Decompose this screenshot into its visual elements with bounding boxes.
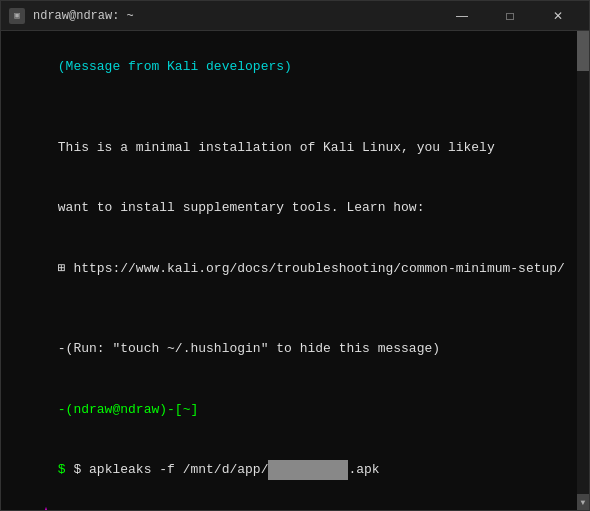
logo-svg bbox=[11, 504, 351, 510]
maximize-button[interactable]: □ bbox=[487, 1, 533, 31]
terminal-window: ▣ ndraw@ndraw: ~ — □ ✕ ▼ (Message from K… bbox=[0, 0, 590, 511]
redacted-filename bbox=[268, 460, 348, 480]
terminal-line-2 bbox=[11, 97, 579, 117]
scrollbar-thumb[interactable] bbox=[577, 31, 589, 71]
prompt-dollar: $ bbox=[58, 462, 74, 477]
terminal-line-9: $ $ apkleaks -f /mnt/d/app/ .apk bbox=[11, 440, 579, 500]
terminal-line-8: -(ndraw@ndraw)-[~] bbox=[11, 379, 579, 439]
terminal-line-1: (Message from Kali developers) bbox=[11, 37, 579, 97]
window-title: ndraw@ndraw: ~ bbox=[33, 9, 439, 23]
hushlogin-hint: -(Run: "touch ~/.hushlogin" to hide this… bbox=[58, 341, 440, 356]
kali-url: ⊞ https://www.kali.org/docs/troubleshoot… bbox=[58, 261, 565, 276]
terminal-line-5: ⊞ https://www.kali.org/docs/troubleshoot… bbox=[11, 238, 579, 298]
terminal-line-4: want to install supplementary tools. Lea… bbox=[11, 178, 579, 238]
window-controls: — □ ✕ bbox=[439, 1, 581, 31]
apk-ext: .apk bbox=[348, 462, 379, 477]
terminal-line-7: -(Run: "touch ~/.hushlogin" to hide this… bbox=[11, 319, 579, 379]
apkleaks-logo bbox=[11, 504, 579, 510]
minimize-button[interactable]: — bbox=[439, 1, 485, 31]
close-button[interactable]: ✕ bbox=[535, 1, 581, 31]
kali-desc-1: This is a minimal installation of Kali L… bbox=[58, 140, 495, 155]
prompt-user: -(ndraw@ndraw)-[~] bbox=[58, 402, 198, 417]
terminal-body: ▼ (Message from Kali developers) This is… bbox=[1, 31, 589, 510]
kali-desc-2: want to install supplementary tools. Lea… bbox=[58, 200, 425, 215]
titlebar: ▣ ndraw@ndraw: ~ — □ ✕ bbox=[1, 1, 589, 31]
kali-message: (Message from Kali developers) bbox=[58, 59, 292, 74]
terminal-line-3: This is a minimal installation of Kali L… bbox=[11, 118, 579, 178]
terminal-line-6 bbox=[11, 299, 579, 319]
scrollbar[interactable]: ▼ bbox=[577, 31, 589, 510]
command-text: $ apkleaks -f /mnt/d/app/ bbox=[73, 462, 268, 477]
app-icon: ▣ bbox=[9, 8, 25, 24]
